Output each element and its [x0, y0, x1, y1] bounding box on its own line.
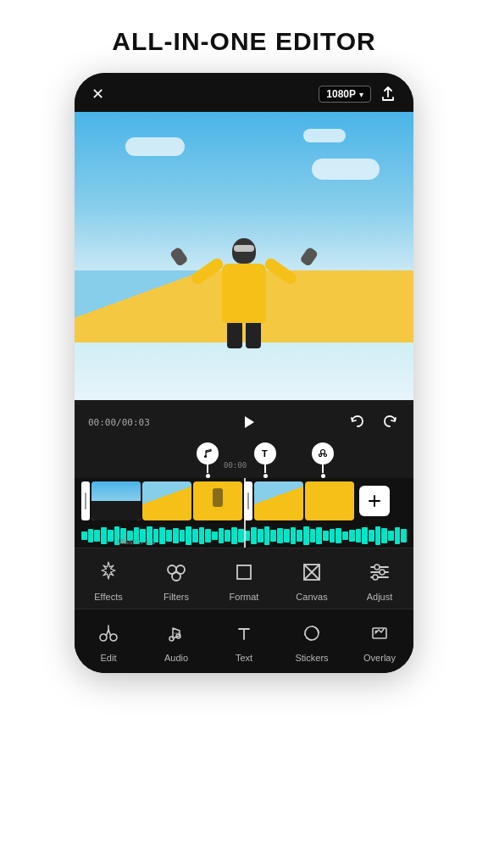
overlay-label: Overlay [363, 653, 396, 663]
page-header: ALL-IN-ONE EDITOR [0, 0, 488, 73]
svg-text:T: T [262, 448, 268, 459]
toolbar-item-overlay[interactable]: Overlay [346, 618, 413, 663]
export-button[interactable] [380, 86, 396, 103]
person-figure [222, 264, 266, 348]
format-label: Format [230, 592, 259, 602]
page-title: ALL-IN-ONE EDITOR [17, 27, 471, 56]
canvas-icon [297, 557, 327, 587]
phone-frame: ✕ 1080P ▾ [75, 73, 413, 673]
svg-point-1 [204, 455, 207, 458]
legs [227, 323, 261, 348]
overlay-icon [364, 618, 395, 648]
svg-point-30 [375, 631, 378, 633]
timeline-area: Mission 1.1 [75, 478, 413, 548]
svg-point-8 [172, 572, 180, 581]
toolbar-item-adjust[interactable]: Adjust [346, 557, 413, 602]
thumbnail-4 [254, 481, 303, 520]
chevron-down-icon: ▾ [359, 90, 363, 99]
svg-point-3 [321, 450, 325, 454]
toolbar-item-format[interactable]: Format [210, 557, 278, 602]
leg-left [227, 323, 242, 348]
timeline-markers: T [75, 441, 413, 478]
toolbar-item-edit[interactable]: Edit [75, 618, 142, 663]
music-marker[interactable] [197, 442, 219, 478]
svg-point-5 [324, 454, 327, 457]
effects-label: Effects [94, 592, 122, 602]
waveform-label: Mission 1.1 [117, 537, 156, 546]
toolbar-primary: Effects Filters [75, 548, 413, 609]
phone-container: ✕ 1080P ▾ [0, 73, 488, 673]
cloud [125, 137, 185, 156]
close-button[interactable]: ✕ [92, 85, 104, 103]
resolution-text: 1080P [326, 88, 356, 100]
format-icon [229, 557, 259, 587]
filters-icon [161, 557, 191, 587]
toolbar-item-text[interactable]: Text [210, 618, 278, 663]
scissors-icon [93, 618, 124, 648]
audio-icon [161, 618, 191, 648]
controls-area: 00:00/00:03 [75, 400, 413, 673]
svg-marker-0 [245, 416, 254, 428]
text-icon [229, 618, 259, 648]
toolbar-item-filters[interactable]: Filters [142, 557, 210, 602]
undo-button[interactable] [347, 412, 368, 432]
jacket-body [222, 264, 266, 323]
playback-bar: 00:00/00:03 [75, 407, 413, 441]
current-time-indicator [244, 478, 246, 548]
filters-label: Filters [164, 592, 189, 602]
stickers-icon [297, 618, 327, 648]
playback-controls [236, 410, 260, 434]
leg-right [246, 323, 261, 348]
cloud [303, 129, 346, 142]
toolbar-item-effects[interactable]: Effects [75, 557, 142, 602]
toolbar-item-stickers[interactable]: Stickers [278, 618, 346, 663]
text-marker[interactable]: T [254, 442, 276, 478]
svg-point-18 [373, 575, 378, 580]
ground-layer [75, 342, 413, 400]
svg-rect-9 [237, 565, 251, 579]
toolbar-secondary: Edit Audio [75, 609, 413, 673]
stickers-label: Stickers [295, 653, 328, 663]
phone-topbar: ✕ 1080P ▾ [75, 73, 413, 112]
sticker-marker[interactable] [312, 442, 334, 478]
thumbnail-3 [193, 481, 242, 520]
add-clip-button[interactable] [359, 486, 390, 516]
thumbnail-5 [305, 481, 354, 520]
play-button[interactable] [236, 410, 260, 434]
svg-point-17 [380, 570, 385, 575]
toolbar-item-canvas[interactable]: Canvas [278, 557, 346, 602]
svg-point-24 [169, 637, 174, 641]
person-head [232, 238, 256, 264]
adjust-label: Adjust [367, 592, 393, 602]
redo-button[interactable] [380, 412, 400, 432]
thumbnail-2 [142, 481, 191, 520]
svg-point-16 [374, 565, 380, 570]
toolbar-item-audio[interactable]: Audio [142, 618, 210, 663]
effects-icon [93, 557, 124, 587]
svg-point-4 [319, 454, 322, 457]
timeline-left-handle[interactable] [81, 481, 90, 520]
text-label: Text [236, 653, 252, 663]
svg-line-22 [108, 630, 111, 636]
resolution-badge[interactable]: 1080P ▾ [319, 86, 371, 103]
cloud [312, 159, 380, 180]
thumbnail-1 [92, 481, 141, 520]
timecode: 00:00/00:03 [88, 417, 150, 428]
canvas-label: Canvas [296, 592, 327, 602]
audio-label: Audio [164, 653, 188, 663]
adjust-icon [364, 557, 395, 587]
video-preview [75, 112, 413, 400]
edit-label: Edit [101, 653, 117, 663]
